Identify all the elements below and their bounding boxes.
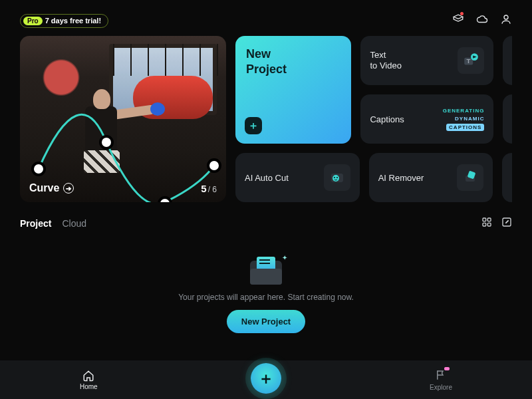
hero-caption-label: Curve [29, 182, 59, 194]
cloud-icon[interactable] [476, 13, 488, 28]
svg-point-1 [33, 163, 45, 175]
svg-rect-16 [487, 218, 491, 221]
tab-cloud[interactable]: Cloud [62, 218, 86, 229]
nav-explore[interactable]: Explore [430, 369, 452, 391]
plus-icon: ＋ [245, 117, 262, 134]
tile-label: AI Auto Cut [245, 173, 289, 183]
tile-label: Text to Video [370, 50, 401, 72]
eraser-icon [457, 164, 483, 191]
tile-text-to-video[interactable]: Text to Video T [360, 36, 493, 85]
hero-pagination: 5 / 6 [201, 183, 217, 194]
tile-peek[interactable] [502, 153, 512, 202]
text-to-video-icon: T [458, 47, 484, 74]
tile-new-project[interactable]: New Project ＋ [235, 36, 351, 144]
profile-icon[interactable] [500, 13, 512, 28]
tile-captions[interactable]: Captions GENERATING DYNAMIC CAPTIONS [360, 94, 493, 144]
svg-point-0 [504, 15, 508, 19]
svg-point-2 [100, 136, 112, 148]
folder-icon: ✦ [250, 261, 282, 285]
svg-rect-17 [483, 223, 486, 226]
feature-hero-curve[interactable]: Curve ➔ 5 / 6 [20, 36, 226, 202]
tile-ai-auto-cut[interactable]: AI Auto Cut [235, 153, 360, 202]
tile-label: AI Remover [378, 173, 424, 183]
promo-pill[interactable]: Pro 7 days free trial! [20, 14, 108, 28]
captions-badge: GENERATING DYNAMIC CAPTIONS [443, 108, 485, 131]
svg-point-3 [159, 198, 171, 202]
tile-new-project-label: New Project [246, 47, 340, 76]
promo-text: 7 days free trial! [45, 17, 101, 25]
empty-state: ✦ Your projects will appear here. Start … [0, 234, 532, 333]
svg-rect-15 [483, 218, 486, 221]
assets-icon[interactable] [452, 13, 464, 28]
svg-point-11 [334, 177, 335, 178]
ai-auto-cut-icon [324, 164, 350, 191]
svg-point-4 [208, 160, 220, 172]
nav-explore-label: Explore [430, 384, 452, 391]
grid-view-icon[interactable] [481, 217, 492, 230]
tile-ai-remover[interactable]: AI Remover [369, 153, 493, 202]
svg-text:T: T [467, 57, 471, 65]
pro-badge: Pro [23, 17, 43, 25]
tile-peek[interactable] [503, 36, 512, 85]
svg-point-12 [336, 177, 338, 178]
edit-icon[interactable] [501, 217, 512, 230]
svg-rect-18 [487, 223, 491, 226]
empty-state-text: Your projects will appear here. Start cr… [178, 293, 354, 302]
arrow-right-icon: ➔ [63, 183, 74, 194]
nav-home[interactable]: Home [80, 370, 98, 390]
tab-project[interactable]: Project [20, 218, 51, 229]
tile-label: Captions [370, 114, 404, 124]
fab-create[interactable]: ＋ [251, 363, 281, 394]
notification-dot [460, 12, 464, 15]
nav-home-label: Home [80, 383, 98, 390]
new-project-button[interactable]: New Project [227, 310, 305, 333]
tile-peek[interactable] [503, 94, 512, 144]
